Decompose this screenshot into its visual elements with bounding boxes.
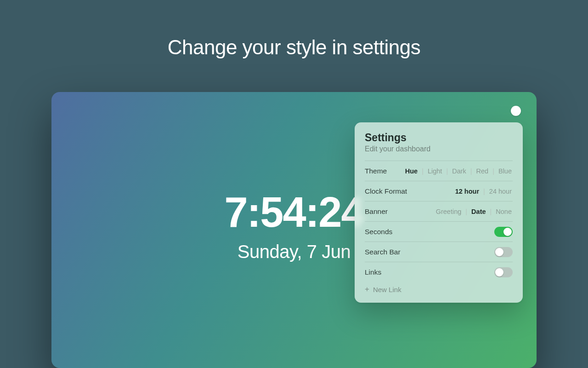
theme-opt-dark[interactable]: Dark	[451, 167, 467, 175]
row-search-bar: Search Bar	[365, 242, 513, 262]
banner-opt-greeting[interactable]: Greeting	[435, 208, 463, 215]
toggle-knob	[495, 248, 503, 256]
row-links: Links	[365, 262, 513, 282]
seconds-toggle[interactable]	[494, 227, 513, 237]
search-bar-label: Search Bar	[365, 248, 401, 256]
separator: |	[443, 167, 451, 175]
row-banner: Banner Greeting| Date| None	[365, 201, 513, 221]
search-bar-toggle[interactable]	[494, 247, 513, 257]
settings-title: Settings	[365, 132, 513, 144]
new-link-label: New Link	[373, 286, 401, 293]
banner-options: Greeting| Date| None	[435, 208, 513, 215]
clock-format-24[interactable]: 24 hour	[488, 188, 513, 195]
separator: |	[487, 208, 495, 215]
clock-format-label: Clock Format	[365, 187, 407, 196]
page-headline: Change your style in settings	[0, 36, 588, 59]
theme-opt-light[interactable]: Light	[427, 167, 443, 175]
separator: |	[480, 188, 488, 195]
toggle-knob	[503, 228, 512, 236]
theme-label: Theme	[365, 167, 387, 175]
separator: |	[418, 167, 427, 175]
settings-subtitle: Edit your dashboard	[365, 145, 513, 153]
toggle-knob	[495, 268, 503, 276]
seconds-label: Seconds	[365, 228, 392, 236]
banner-label: Banner	[365, 207, 388, 216]
new-link-button[interactable]: + New Link	[365, 282, 513, 294]
clock-format-12[interactable]: 12 hour	[454, 188, 480, 195]
separator: |	[462, 208, 470, 215]
theme-opt-red[interactable]: Red	[475, 167, 490, 175]
banner-opt-none[interactable]: None	[495, 208, 513, 215]
clock-format-options: 12 hour| 24 hour	[454, 188, 513, 195]
settings-trigger-dot[interactable]	[511, 106, 521, 116]
dashboard-card: 7:54:24 Sunday, 7 Jun Settings Edit your…	[51, 92, 537, 368]
row-theme: Theme Hue| Light| Dark| Red| Blue	[365, 161, 513, 181]
theme-options: Hue| Light| Dark| Red| Blue	[404, 167, 513, 175]
banner-opt-date[interactable]: Date	[470, 208, 486, 215]
theme-opt-hue[interactable]: Hue	[404, 167, 418, 175]
row-clock-format: Clock Format 12 hour| 24 hour	[365, 181, 513, 201]
plus-icon: +	[365, 285, 369, 293]
separator: |	[467, 167, 475, 175]
links-label: Links	[365, 268, 381, 276]
row-seconds: Seconds	[365, 221, 513, 242]
theme-opt-blue[interactable]: Blue	[498, 167, 513, 175]
settings-panel: Settings Edit your dashboard Theme Hue| …	[355, 122, 523, 303]
links-toggle[interactable]	[494, 267, 513, 277]
separator: |	[489, 167, 498, 175]
